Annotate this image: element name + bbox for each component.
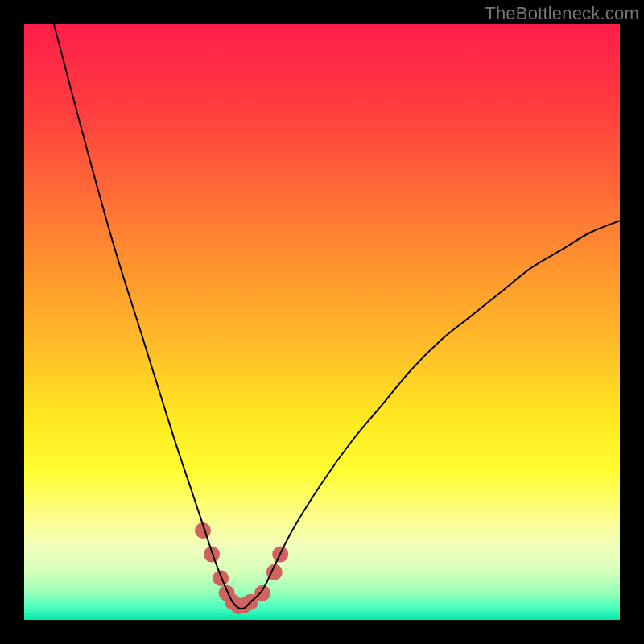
highlight-dot: [213, 570, 229, 586]
highlight-dot: [254, 585, 270, 601]
highlight-dot: [204, 547, 220, 563]
chart-svg: [24, 24, 620, 620]
bottleneck-curve-path: [54, 24, 620, 609]
watermark-text: TheBottleneck.com: [485, 3, 639, 24]
highlight-dots-group: [195, 522, 288, 614]
plot-frame: [24, 24, 620, 620]
